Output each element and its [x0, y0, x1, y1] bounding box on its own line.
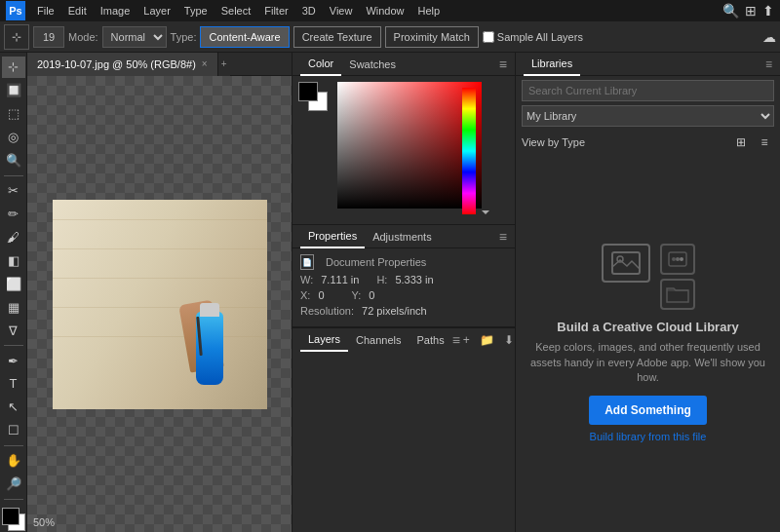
tool-pen[interactable]: ✒ — [2, 350, 25, 371]
menu-3d[interactable]: 3D — [296, 3, 322, 19]
properties-panel-menu[interactable]: ≡ — [499, 229, 507, 245]
menu-window[interactable]: Window — [360, 3, 410, 19]
menu-edit[interactable]: Edit — [62, 3, 93, 19]
tool-icon[interactable]: ⊹ — [4, 24, 29, 50]
tab-bar: 2019-10-07.jpg @ 50% (RGB/8#) × + — [27, 53, 292, 76]
document-icon: 📄 — [300, 254, 314, 270]
proximity-match-btn[interactable]: Proximity Match — [385, 26, 479, 48]
lib-panel-menu[interactable]: ≡ — [765, 57, 772, 71]
left-toolbar: ⊹ 🔲 ⬚ ◎ 🔍 ✂ ✏ 🖌 ◧ ⬜ ▦ ∇ ✒ T ↖ ☐ ✋ 🔎 — [0, 53, 27, 532]
menu-file[interactable]: File — [31, 3, 60, 19]
tool-hand[interactable]: ✋ — [2, 450, 25, 472]
library-color-icon — [660, 244, 695, 275]
menu-layer[interactable]: Layer — [137, 3, 176, 19]
color-tab[interactable]: Color — [300, 53, 341, 76]
new-tab-btn[interactable]: + — [218, 53, 230, 76]
mode-label: Mode: — [68, 31, 98, 43]
list-view-btn[interactable]: ≡ — [755, 133, 774, 152]
properties-panel-header: Properties Adjustments ≡ — [292, 225, 515, 248]
layers-folder-btn[interactable]: 📁 — [477, 333, 497, 347]
tool-stamp[interactable]: 🖌 — [2, 226, 25, 247]
layers-panel-menu[interactable]: ≡ — [452, 332, 460, 348]
tool-text[interactable]: T — [2, 373, 25, 395]
tool-eyedropper[interactable]: 🔍 — [2, 150, 25, 171]
tool-select[interactable]: ⬚ — [2, 103, 25, 125]
document-tab[interactable]: 2019-10-07.jpg @ 50% (RGB/8#) × — [27, 53, 218, 76]
brush-size-display[interactable]: 19 — [33, 26, 64, 48]
mode-select[interactable]: Normal — [102, 26, 167, 48]
foreground-swatch[interactable] — [298, 82, 318, 101]
color-spectrum[interactable] — [462, 88, 476, 214]
menu-help[interactable]: Help — [412, 3, 447, 19]
tool-zoom[interactable]: 🔎 — [2, 474, 25, 495]
tool-heal[interactable]: ✂ — [2, 180, 25, 202]
menu-view[interactable]: View — [324, 3, 359, 19]
foreground-background-swatches[interactable] — [0, 506, 27, 530]
arrange-icon[interactable]: ⊞ — [745, 3, 757, 19]
grid-view-btn[interactable]: ⊞ — [731, 133, 751, 152]
color-gradient-area[interactable] — [337, 82, 482, 209]
view-by-type-label[interactable]: View by Type — [522, 136, 585, 148]
layers-bar: Layers Channels Paths ≡ + 📁 ⬇ 🗑 KB ⚠ — [292, 327, 515, 351]
zoom-label: 50% — [33, 516, 55, 528]
library-empty-description: Keep colors, images, and other frequentl… — [526, 340, 770, 385]
tool-gradient[interactable]: ▦ — [2, 296, 25, 318]
menu-filter[interactable]: Filter — [258, 3, 293, 19]
color-panel-menu[interactable]: ≡ — [499, 57, 507, 72]
tool-eraser[interactable]: ⬜ — [2, 273, 25, 294]
library-select[interactable]: My Library — [522, 105, 774, 127]
libraries-tab[interactable]: Libraries — [524, 53, 580, 76]
swatches-tab[interactable]: Swatches — [341, 53, 404, 76]
paths-tab[interactable]: Paths — [410, 328, 452, 352]
menu-type[interactable]: Type — [178, 3, 214, 19]
adjustments-tab[interactable]: Adjustments — [365, 225, 440, 248]
menu-image[interactable]: Image — [95, 3, 136, 19]
tab-filename: 2019-10-07.jpg @ 50% (RGB/8#) — [37, 58, 196, 70]
x-label: X: — [300, 289, 310, 301]
add-something-button[interactable]: Add Something — [589, 396, 707, 425]
sample-all-checkbox[interactable] — [483, 31, 494, 43]
layers-download-btn[interactable]: ⬇ — [501, 333, 517, 347]
spectrum-arrow — [482, 210, 489, 218]
tool-marquee[interactable]: ⊹ — [2, 57, 25, 78]
sample-all-label[interactable]: Sample All Layers — [483, 31, 583, 43]
resolution-row: Resolution: 72 pixels/inch — [300, 305, 507, 317]
content-aware-btn[interactable]: Content-Aware — [200, 26, 289, 48]
x-value: 0 — [318, 289, 324, 301]
properties-panel: Properties Adjustments ≡ 📄 Document Prop… — [292, 225, 515, 327]
resolution-value: 72 pixels/inch — [362, 305, 427, 317]
build-library-link[interactable]: Build library from this file — [590, 431, 707, 442]
library-search-container — [516, 76, 780, 105]
layers-tab[interactable]: Layers — [300, 328, 348, 352]
tool-path-select[interactable]: ↖ — [2, 397, 25, 418]
cloud-icon[interactable]: ☁ — [762, 29, 776, 45]
tool-shape[interactable]: ☐ — [2, 420, 25, 441]
color-picker — [292, 76, 515, 224]
layers-add-btn[interactable]: + — [460, 333, 473, 347]
menu-select[interactable]: Select — [215, 3, 257, 19]
channels-tab[interactable]: Channels — [348, 328, 409, 352]
library-icon-group — [602, 244, 695, 310]
tool-dodge[interactable]: ∇ — [2, 320, 25, 341]
search-icon[interactable]: 🔍 — [722, 3, 739, 19]
tool-crop[interactable]: ◎ — [2, 127, 25, 148]
canvas-image-content — [53, 200, 267, 409]
create-texture-btn[interactable]: Create Texture — [293, 26, 381, 48]
options-toolbar: ⊹ 19 Mode: Normal Type: Content-Aware Cr… — [0, 21, 780, 53]
y-value: 0 — [369, 289, 374, 301]
tool-brush[interactable]: ✏ — [2, 204, 25, 225]
svg-point-5 — [680, 257, 683, 261]
doc-title-label: Document Properties — [326, 256, 426, 268]
tool-lasso[interactable]: 🔲 — [2, 80, 25, 101]
tool-history[interactable]: ◧ — [2, 249, 25, 271]
menu-bar: Ps File Edit Image Layer Type Select Fil… — [0, 0, 780, 21]
library-search-input[interactable] — [522, 80, 774, 101]
share-icon[interactable]: ⬆ — [762, 3, 774, 19]
y-label: Y: — [352, 289, 362, 301]
middle-panels: Color Swatches ≡ — [292, 53, 516, 532]
photoshop-logo: Ps — [6, 1, 25, 20]
canvas-container[interactable]: 50% — [27, 76, 292, 532]
height-value: 5.333 in — [395, 274, 433, 285]
tab-close-btn[interactable]: × — [202, 58, 208, 69]
properties-tab[interactable]: Properties — [300, 225, 365, 248]
